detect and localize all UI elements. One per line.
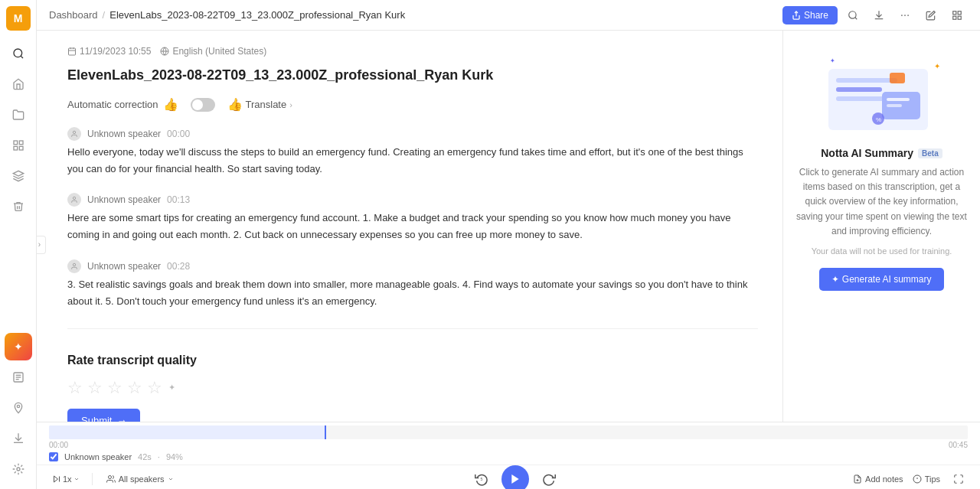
rate-title: Rate transcript quality (67, 354, 758, 367)
speed-button[interactable]: 1x (49, 473, 83, 485)
svg-text:✦: ✦ (934, 62, 940, 70)
download-nav-button[interactable] (868, 5, 890, 26)
speaker-line: Unknown speaker 00:13 (67, 193, 758, 207)
rewind-button[interactable]: 5 (471, 468, 492, 489)
sidebar-icon-search[interactable] (5, 40, 32, 67)
svg-rect-35 (887, 98, 910, 101)
svg-rect-21 (69, 48, 76, 55)
edit-nav-button[interactable] (920, 5, 942, 26)
sidebar-icon-download[interactable] (5, 425, 32, 452)
svg-rect-4 (19, 146, 23, 150)
svg-text:5: 5 (481, 477, 483, 481)
speaker-checkbox[interactable] (49, 452, 58, 461)
tips-button[interactable]: Tips (913, 474, 940, 484)
transcript-entry: Unknown speaker 00:13 Here are some smar… (67, 193, 758, 243)
more-nav-button[interactable] (894, 5, 916, 26)
waveform-fill (49, 425, 325, 439)
forward-button[interactable] (538, 468, 560, 489)
speaker-line: Unknown speaker 00:28 (67, 259, 758, 273)
sidebar: M ✦ (0, 0, 37, 489)
star-4[interactable]: ☆ (127, 378, 142, 398)
speaker-time: 00:28 (167, 261, 190, 272)
sidebar-icon-layers[interactable] (5, 162, 32, 190)
auto-correction-label: Automatic correction 👍 (67, 97, 178, 112)
waveform-playhead (325, 425, 326, 439)
transcript-text: Hello everyone, today we'll discuss the … (67, 144, 758, 178)
generate-ai-summary-button[interactable]: ✦ Generate AI summary (819, 268, 943, 291)
bottom-player: 00:00 00:45 Unknown speaker 42s · 94% 1x (37, 422, 980, 489)
svg-rect-1 (14, 141, 18, 145)
svg-point-11 (17, 468, 20, 471)
speaker-name: Unknown speaker (87, 194, 161, 205)
beta-badge: Beta (918, 148, 942, 158)
transcript-text: Here are some smart tips for creating an… (67, 210, 758, 243)
avatar[interactable]: M (6, 6, 31, 31)
speaker-track-name: Unknown speaker (64, 452, 132, 461)
rate-more-icon[interactable]: ✦ (168, 383, 175, 393)
fullscreen-button[interactable] (949, 470, 968, 488)
add-notes-button[interactable]: Add notes (853, 474, 903, 484)
star-1[interactable]: ☆ (67, 378, 83, 398)
svg-marker-42 (54, 476, 58, 482)
share-label: Share (804, 10, 828, 21)
svg-rect-18 (958, 11, 961, 14)
breadcrumb-home[interactable]: Dashboard (49, 9, 98, 21)
star-5[interactable]: ☆ (147, 378, 162, 398)
svg-rect-37 (890, 73, 905, 83)
section-divider (67, 328, 758, 329)
content-area: 11/19/2023 10:55 English (United States)… (37, 31, 980, 422)
speaker-track-time: 42s (138, 452, 152, 461)
sidebar-icon-trash[interactable] (5, 193, 32, 220)
time-labels: 00:00 00:45 (49, 441, 968, 449)
sidebar-icon-home[interactable] (5, 70, 32, 98)
time-end: 00:45 (949, 441, 968, 449)
view-nav-button[interactable] (946, 5, 968, 26)
svg-rect-20 (958, 16, 961, 19)
speed-label: 1x (63, 474, 72, 484)
transcript-title: ElevenLabs_2023-08-22T09_13_23.000Z_prof… (67, 66, 758, 85)
sidebar-icon-folder[interactable] (5, 101, 32, 129)
svg-text:%: % (876, 116, 881, 123)
auto-correction-toggle[interactable] (191, 98, 215, 112)
meta-lang: English (United States) (160, 46, 266, 57)
speaker-avatar (67, 193, 81, 207)
sidebar-icon-note[interactable] (5, 363, 32, 391)
breadcrumb-separator: / (103, 9, 106, 21)
breadcrumb: Dashboard / ElevenLabs_2023-08-22T09_13_… (49, 9, 405, 21)
speaker-track: Unknown speaker 42s · 94% (37, 449, 980, 465)
translate-button[interactable]: 👍 Translate › (227, 97, 292, 112)
star-2[interactable]: ☆ (87, 378, 103, 398)
svg-rect-32 (836, 96, 890, 101)
submit-button[interactable]: Submit → (67, 409, 140, 422)
svg-point-27 (73, 197, 75, 200)
speaker-track-pct: 94% (166, 452, 183, 461)
transcript-meta: 11/19/2023 10:55 English (United States) (67, 46, 758, 57)
svg-rect-17 (953, 11, 956, 14)
ai-note: Your data will not be used for training. (812, 246, 952, 256)
star-3[interactable]: ☆ (107, 378, 122, 398)
sidebar-icon-grid[interactable] (5, 132, 32, 159)
sidebar-icon-settings[interactable] (5, 455, 32, 483)
submit-arrow-icon: → (116, 415, 126, 422)
speaker-line: Unknown speaker 00:00 (67, 127, 758, 141)
ai-description: Click to generate AI summary and action … (795, 165, 968, 239)
tips-label: Tips (925, 474, 940, 484)
translate-arrow-icon: › (289, 100, 292, 109)
ai-star-button[interactable]: ✦ (5, 333, 32, 360)
nav-actions: Share (782, 5, 968, 26)
share-button[interactable]: Share (782, 6, 838, 24)
speaker-avatar (67, 259, 81, 273)
waveform-track[interactable] (49, 425, 968, 439)
svg-rect-2 (19, 141, 23, 145)
player-left: 1x All speakers (49, 473, 178, 485)
search-nav-button[interactable] (842, 5, 864, 26)
play-button[interactable] (501, 465, 529, 489)
rate-section: Rate transcript quality ☆ ☆ ☆ ☆ ☆ ✦ Subm… (67, 347, 758, 422)
speaker-name: Unknown speaker (87, 261, 161, 272)
ai-illustration: ✦ ✦ % (813, 46, 951, 138)
speakers-button[interactable]: All speakers (102, 473, 178, 485)
player-center: 5 (188, 465, 844, 489)
sidebar-icon-location[interactable] (5, 394, 32, 422)
waveform-area: 00:00 00:45 (37, 422, 980, 449)
svg-point-0 (14, 49, 22, 57)
